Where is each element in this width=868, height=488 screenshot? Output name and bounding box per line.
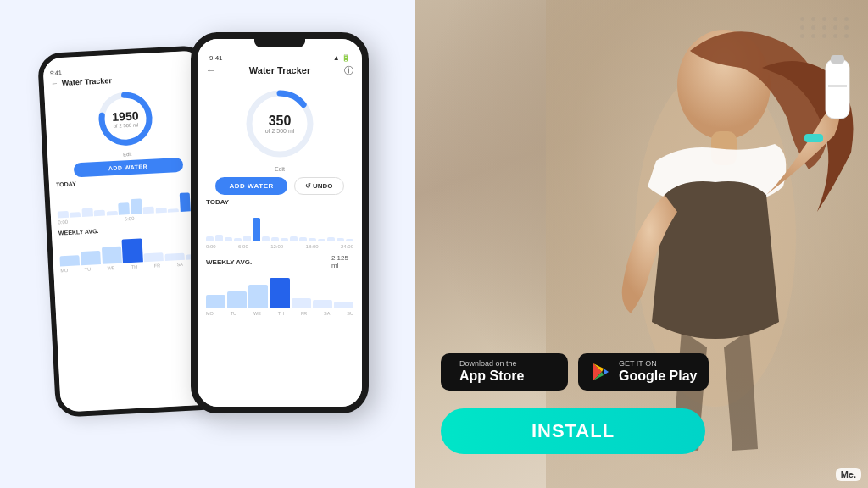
- bar-item: [309, 238, 316, 241]
- bar-item: [299, 237, 307, 241]
- back-add-water-button[interactable]: ADD WATER: [73, 158, 183, 178]
- bar-item: [102, 247, 122, 264]
- app-store-button[interactable]: Download on the App Store: [441, 353, 568, 391]
- app-store-subtitle: Download on the: [459, 360, 517, 368]
- status-time: 9:41: [209, 54, 223, 62]
- weekly-avg-value: 2 125 ml: [331, 254, 353, 269]
- time-labels: 0:00 6:00 12:00 18:00 24:00: [206, 244, 353, 249]
- bar-item: [168, 208, 179, 213]
- bar-item: [122, 238, 143, 263]
- bar-item: [253, 218, 260, 241]
- phone-notch: [254, 39, 305, 47]
- day-labels: MO TU WE TH FR SA SU: [206, 311, 353, 316]
- bar-item: [248, 285, 268, 308]
- bar-item: [225, 237, 232, 241]
- google-play-button[interactable]: GET IT ON Google Play: [578, 353, 709, 391]
- back-water-value: 1950: [112, 108, 139, 124]
- bar-item: [81, 208, 92, 217]
- bar-item: [179, 192, 191, 212]
- phone-title: Water Tracker: [249, 65, 310, 75]
- back-arrow-icon: ←: [50, 79, 58, 87]
- bar-item: [318, 239, 326, 241]
- app-store-title: App Store: [459, 368, 524, 384]
- phone-front: 9:41 ▲ 🔋 ← Water Tracker ⓘ 350: [191, 32, 369, 413]
- phone-screen: 9:41 ▲ 🔋 ← Water Tracker ⓘ 350: [198, 39, 362, 407]
- weekly-avg-row: WEEKLY AVG. 2 125 ml: [206, 254, 353, 269]
- bar-item: [215, 235, 223, 241]
- bar-item: [131, 198, 142, 214]
- water-circle: 350 of 2 500 ml: [242, 86, 318, 162]
- bar-item: [337, 238, 344, 241]
- bar-item: [281, 238, 288, 241]
- back-circle: 1950 of 2 500 ml: [94, 87, 157, 150]
- bar-item: [206, 295, 225, 308]
- weekly-label: WEEKLY AVG.: [206, 258, 331, 266]
- google-play-subtitle: GET IT ON: [619, 360, 657, 368]
- bar-item: [144, 252, 164, 262]
- bar-item: [270, 278, 289, 308]
- action-buttons-row: ADD WATER ↺ UNDO: [206, 177, 353, 195]
- bar-item: [227, 291, 247, 308]
- phone-status-bar: 9:41 ▲ 🔋: [206, 54, 353, 62]
- google-play-title: Google Play: [619, 368, 697, 384]
- circle-text: 350 of 2 500 ml: [265, 114, 295, 134]
- status-icons: ▲ 🔋: [333, 54, 350, 62]
- edit-button[interactable]: Edit: [275, 166, 285, 172]
- bar-item: [206, 236, 214, 241]
- today-section-label: TODAY: [206, 198, 353, 206]
- bar-item: [94, 210, 105, 217]
- bar-item: [234, 238, 242, 241]
- info-icon: ⓘ: [344, 64, 353, 77]
- bar-item: [290, 236, 298, 241]
- app-store-text: Download on the App Store: [459, 360, 524, 384]
- google-play-icon: [590, 361, 612, 383]
- weekly-bar-chart: [206, 273, 353, 308]
- bar-item: [271, 237, 279, 241]
- bar-item: [119, 202, 131, 215]
- watermark: Me.: [836, 468, 861, 481]
- svg-rect-11: [804, 134, 823, 142]
- bar-item: [59, 255, 80, 266]
- svg-rect-10: [828, 85, 847, 87]
- bar-item: [155, 208, 166, 214]
- back-circle-text: 1950 of 2 500 ml: [112, 108, 139, 129]
- bar-item: [346, 239, 353, 241]
- bar-item: [292, 298, 311, 308]
- left-panel: 9:41 ← Water Tracker 1950 of 2 500 ml: [0, 0, 415, 488]
- bar-item: [70, 212, 81, 218]
- back-weekly-section: WEEKLY AVG. MO TU WE: [58, 223, 206, 274]
- today-bar-chart: [206, 209, 353, 241]
- bar-item: [262, 236, 270, 241]
- bar-item: [334, 302, 353, 308]
- water-current-value: 350: [265, 114, 295, 128]
- back-arrow-icon: ←: [206, 64, 216, 76]
- bar-item: [327, 237, 335, 241]
- svg-rect-9: [831, 55, 844, 64]
- bar-item: [164, 253, 185, 261]
- add-water-button[interactable]: ADD WATER: [215, 177, 287, 195]
- svg-rect-8: [826, 59, 849, 119]
- bar-item: [243, 236, 251, 241]
- undo-button[interactable]: ↺ UNDO: [294, 177, 344, 195]
- phone-header: ← Water Tracker ⓘ: [206, 65, 353, 75]
- store-buttons-container: Download on the App Store GET IT ON Goog…: [441, 353, 709, 391]
- bar-item: [313, 300, 332, 308]
- bar-item: [107, 211, 118, 216]
- right-panel: Download on the App Store GET IT ON Goog…: [415, 0, 868, 488]
- water-sub-label: of 2 500 ml: [265, 128, 295, 134]
- google-play-text: GET IT ON Google Play: [619, 360, 697, 384]
- phones-container: 9:41 ← Water Tracker 1950 of 2 500 ml: [47, 24, 369, 464]
- back-screen-title: Water Tracker: [61, 76, 112, 87]
- bar-item: [143, 207, 154, 214]
- install-button[interactable]: INSTALL: [441, 408, 705, 454]
- bar-item: [58, 211, 69, 219]
- bar-item: [81, 251, 101, 265]
